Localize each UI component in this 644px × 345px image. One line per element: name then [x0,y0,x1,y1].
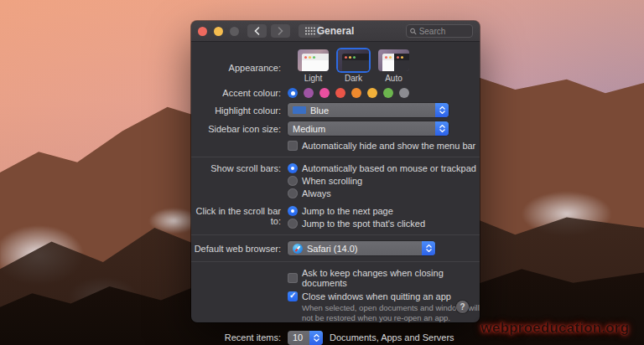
appearance-option-label: Light [304,74,323,83]
default-browser-popup[interactable]: Safari (14.0) [288,241,435,255]
recent-items-popup[interactable]: 10 [288,331,323,345]
radio-selected-icon[interactable] [288,163,298,173]
show-all-button[interactable] [299,24,321,38]
ask-keep-changes-label: Ask to keep changes when closing documen… [302,268,480,288]
forward-button [271,24,290,38]
radio-option-next-page[interactable]: Jump to the next page [288,206,425,216]
close-windows-note: When selected, open documents and window… [302,303,480,324]
accent-color-pink[interactable] [319,88,330,98]
dark-appearance-thumbnail[interactable] [338,49,369,71]
accent-color-purple[interactable] [304,88,314,98]
accent-color-blue[interactable] [288,88,298,98]
browser-value: Safari (14.0) [307,244,358,254]
highlight-value: Blue [310,106,329,116]
search-input[interactable] [419,27,469,36]
recent-items-suffix: Documents, Apps and Servers [330,332,454,342]
scrollbar-click-radio-group: Jump to the next page Jump to the spot t… [288,206,425,229]
appearance-option-auto[interactable]: Auto [378,49,409,83]
radio-label: Automatically based on mouse or trackpad [302,163,476,173]
accent-color-red[interactable] [335,88,345,98]
section-divider [191,261,480,262]
appearance-option-dark[interactable]: Dark [338,49,369,83]
sidebar-size-value: Medium [293,124,325,134]
stepper-icon [422,241,435,255]
radio-unselected-icon[interactable] [288,219,298,229]
appearance-option-label: Dark [345,74,362,83]
appearance-option-light[interactable]: Light [298,49,329,83]
recent-items-label: Recent items: [191,332,288,342]
ask-keep-changes-checkbox[interactable]: Ask to keep changes when closing documen… [288,268,480,288]
section-divider [191,234,480,235]
radio-option-when-scrolling[interactable]: When scrolling [288,176,476,186]
minimize-button[interactable] [214,27,223,36]
watermark-text: webproeducation.org [480,320,629,337]
recent-items-value: 10 [293,332,303,342]
default-browser-label: Default web browser: [191,244,288,254]
scrollbar-click-label: Click in the scroll bar to: [191,206,288,226]
window-controls [198,27,239,36]
close-button[interactable] [198,27,207,36]
highlight-colour-popup[interactable]: Blue [288,103,449,117]
checkbox-unchecked-icon[interactable] [288,273,298,283]
radio-label: Jump to the spot that's clicked [302,219,425,229]
menubar-autohide-checkbox[interactable]: Automatically hide and show the menu bar [288,141,475,151]
sidebar-icon-size-popup[interactable]: Medium [288,121,449,136]
help-button[interactable]: ? [456,301,469,313]
titlebar[interactable]: General [191,21,480,42]
appearance-options: Light Dark [298,49,409,83]
radio-option-automatic[interactable]: Automatically based on mouse or trackpad [288,163,476,173]
radio-label: Always [302,188,331,198]
radio-unselected-icon[interactable] [288,188,298,198]
appearance-option-label: Auto [385,74,402,83]
accent-color-orange[interactable] [351,88,361,98]
back-button[interactable] [247,24,267,38]
checkbox-unchecked-icon[interactable] [288,141,298,151]
checkbox-checked-icon[interactable] [288,291,298,301]
chevron-left-icon [254,27,260,35]
accent-color-graphite[interactable] [399,88,409,98]
accent-colour-picker [288,88,409,98]
radio-unselected-icon[interactable] [288,176,298,186]
show-scrollbars-radio-group: Automatically based on mouse or trackpad… [288,163,476,198]
radio-label: Jump to the next page [302,206,393,216]
safari-icon [293,244,303,254]
system-preferences-window: General Appe [191,21,480,322]
accent-colour-label: Accent colour: [191,88,288,98]
sidebar-icon-size-label: Sidebar icon size: [191,124,288,134]
general-pane: Appearance: Light Dark [191,42,480,322]
menubar-autohide-label: Automatically hide and show the menu bar [302,141,475,151]
radio-selected-icon[interactable] [288,206,298,216]
chevron-right-icon [278,27,283,35]
question-mark-icon: ? [460,302,465,312]
radio-label: When scrolling [302,176,362,186]
radio-option-spot-clicked[interactable]: Jump to the spot that's clicked [288,219,425,229]
close-windows-label: Close windows when quitting an app [302,291,451,301]
stepper-icon [435,103,449,117]
stepper-icon [309,331,323,345]
appearance-label: Appearance: [191,63,288,73]
radio-option-always[interactable]: Always [288,188,476,198]
auto-appearance-thumbnail[interactable] [378,49,409,71]
show-scrollbars-label: Show scroll bars: [191,163,288,173]
highlight-colour-label: Highlight colour: [191,106,288,116]
stepper-icon [435,121,449,136]
search-icon [410,28,417,35]
section-divider [191,157,480,157]
search-field[interactable] [406,24,473,38]
grid-icon [304,27,316,35]
accent-color-yellow[interactable] [367,88,377,98]
accent-color-green[interactable] [383,88,393,98]
zoom-button-disabled [230,27,239,36]
light-appearance-thumbnail[interactable] [298,49,329,71]
close-windows-checkbox[interactable]: Close windows when quitting an app [288,291,451,301]
highlight-swatch [293,106,306,114]
